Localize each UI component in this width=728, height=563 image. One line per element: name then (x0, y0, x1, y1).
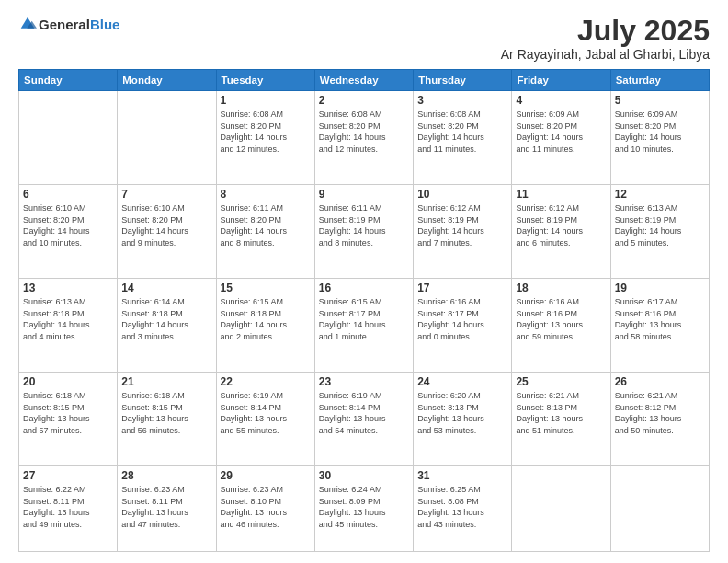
calendar-week-row: 27Sunrise: 6:22 AM Sunset: 8:11 PM Dayli… (19, 466, 710, 552)
day-number: 29 (221, 469, 311, 482)
day-number: 20 (23, 375, 113, 388)
calendar-cell: 19Sunrise: 6:17 AM Sunset: 8:16 PM Dayli… (610, 279, 709, 373)
calendar-cell: 4Sunrise: 6:09 AM Sunset: 8:20 PM Daylig… (512, 91, 610, 185)
day-number: 21 (121, 375, 211, 388)
logo-text: GeneralBlue (39, 17, 119, 32)
calendar-cell: 21Sunrise: 6:18 AM Sunset: 8:15 PM Dayli… (118, 373, 216, 466)
calendar-cell: 3Sunrise: 6:08 AM Sunset: 8:20 PM Daylig… (414, 91, 512, 185)
day-number: 5 (615, 94, 705, 107)
calendar-cell: 15Sunrise: 6:15 AM Sunset: 8:18 PM Dayli… (216, 279, 314, 373)
calendar-cell: 23Sunrise: 6:19 AM Sunset: 8:14 PM Dayli… (314, 373, 413, 466)
day-info: Sunrise: 6:21 AM Sunset: 8:13 PM Dayligh… (516, 390, 606, 436)
day-info: Sunrise: 6:23 AM Sunset: 8:11 PM Dayligh… (121, 484, 211, 530)
day-number: 22 (221, 375, 311, 388)
day-info: Sunrise: 6:16 AM Sunset: 8:16 PM Dayligh… (516, 296, 606, 342)
day-number: 31 (417, 469, 507, 482)
calendar-cell: 14Sunrise: 6:14 AM Sunset: 8:18 PM Dayli… (118, 279, 216, 373)
calendar-cell: 22Sunrise: 6:19 AM Sunset: 8:14 PM Dayli… (216, 373, 314, 466)
calendar-header-row: SundayMondayTuesdayWednesdayThursdayFrid… (19, 70, 710, 91)
logo-icon (18, 15, 37, 33)
day-number: 15 (221, 282, 311, 294)
day-info: Sunrise: 6:19 AM Sunset: 8:14 PM Dayligh… (221, 390, 311, 436)
calendar-cell: 2Sunrise: 6:08 AM Sunset: 8:20 PM Daylig… (314, 91, 413, 185)
calendar-cell: 27Sunrise: 6:22 AM Sunset: 8:11 PM Dayli… (19, 466, 118, 552)
day-number: 9 (319, 188, 409, 201)
calendar-cell: 6Sunrise: 6:10 AM Sunset: 8:20 PM Daylig… (19, 185, 118, 279)
calendar-cell: 5Sunrise: 6:09 AM Sunset: 8:20 PM Daylig… (610, 91, 709, 185)
day-info: Sunrise: 6:23 AM Sunset: 8:10 PM Dayligh… (221, 484, 311, 530)
calendar-week-row: 13Sunrise: 6:13 AM Sunset: 8:18 PM Dayli… (19, 279, 710, 373)
calendar-cell: 30Sunrise: 6:24 AM Sunset: 8:09 PM Dayli… (314, 466, 413, 552)
calendar-cell: 10Sunrise: 6:12 AM Sunset: 8:19 PM Dayli… (414, 185, 512, 279)
day-number: 10 (417, 188, 507, 201)
calendar-cell: 11Sunrise: 6:12 AM Sunset: 8:19 PM Dayli… (512, 185, 610, 279)
calendar-cell: 25Sunrise: 6:21 AM Sunset: 8:13 PM Dayli… (512, 373, 610, 466)
day-info: Sunrise: 6:24 AM Sunset: 8:09 PM Dayligh… (319, 484, 409, 530)
calendar-cell: 20Sunrise: 6:18 AM Sunset: 8:15 PM Dayli… (19, 373, 118, 466)
day-number: 28 (121, 469, 211, 482)
day-of-week-header: Sunday (19, 70, 118, 91)
day-info: Sunrise: 6:20 AM Sunset: 8:13 PM Dayligh… (417, 390, 507, 436)
month-title: July 2025 (501, 15, 710, 47)
day-number: 16 (319, 282, 409, 294)
day-number: 24 (417, 375, 507, 388)
day-info: Sunrise: 6:15 AM Sunset: 8:17 PM Dayligh… (319, 296, 409, 342)
day-number: 13 (23, 282, 113, 294)
day-number: 30 (319, 469, 409, 482)
day-number: 7 (121, 188, 211, 201)
day-of-week-header: Thursday (414, 70, 512, 91)
page: GeneralBlue July 2025 Ar Rayayinah, Jaba… (0, 0, 728, 563)
calendar-cell: 1Sunrise: 6:08 AM Sunset: 8:20 PM Daylig… (216, 91, 314, 185)
day-number: 26 (615, 375, 705, 388)
day-number: 18 (516, 282, 606, 294)
day-info: Sunrise: 6:13 AM Sunset: 8:18 PM Dayligh… (23, 296, 113, 342)
day-info: Sunrise: 6:25 AM Sunset: 8:08 PM Dayligh… (417, 484, 507, 530)
calendar-cell: 17Sunrise: 6:16 AM Sunset: 8:17 PM Dayli… (414, 279, 512, 373)
day-info: Sunrise: 6:14 AM Sunset: 8:18 PM Dayligh… (121, 296, 211, 342)
calendar-cell: 12Sunrise: 6:13 AM Sunset: 8:19 PM Dayli… (610, 185, 709, 279)
day-info: Sunrise: 6:18 AM Sunset: 8:15 PM Dayligh… (23, 390, 113, 436)
day-info: Sunrise: 6:11 AM Sunset: 8:20 PM Dayligh… (221, 202, 311, 248)
day-number: 25 (516, 375, 606, 388)
day-of-week-header: Friday (512, 70, 610, 91)
day-number: 1 (221, 94, 311, 107)
day-info: Sunrise: 6:16 AM Sunset: 8:17 PM Dayligh… (417, 296, 507, 342)
calendar-cell: 7Sunrise: 6:10 AM Sunset: 8:20 PM Daylig… (118, 185, 216, 279)
day-number: 19 (615, 282, 705, 294)
day-info: Sunrise: 6:09 AM Sunset: 8:20 PM Dayligh… (615, 109, 705, 155)
calendar-table: SundayMondayTuesdayWednesdayThursdayFrid… (18, 69, 710, 552)
calendar-cell: 8Sunrise: 6:11 AM Sunset: 8:20 PM Daylig… (216, 185, 314, 279)
day-info: Sunrise: 6:21 AM Sunset: 8:12 PM Dayligh… (615, 390, 705, 436)
day-number: 12 (615, 188, 705, 201)
day-info: Sunrise: 6:10 AM Sunset: 8:20 PM Dayligh… (121, 202, 211, 248)
calendar-cell (512, 466, 610, 552)
day-info: Sunrise: 6:08 AM Sunset: 8:20 PM Dayligh… (417, 109, 507, 155)
day-info: Sunrise: 6:08 AM Sunset: 8:20 PM Dayligh… (221, 109, 311, 155)
day-number: 23 (319, 375, 409, 388)
day-number: 14 (121, 282, 211, 294)
day-number: 2 (319, 94, 409, 107)
day-info: Sunrise: 6:13 AM Sunset: 8:19 PM Dayligh… (615, 202, 705, 248)
calendar-week-row: 20Sunrise: 6:18 AM Sunset: 8:15 PM Dayli… (19, 373, 710, 466)
calendar-week-row: 6Sunrise: 6:10 AM Sunset: 8:20 PM Daylig… (19, 185, 710, 279)
day-of-week-header: Saturday (610, 70, 709, 91)
day-of-week-header: Monday (118, 70, 216, 91)
day-number: 11 (516, 188, 606, 201)
calendar-cell: 18Sunrise: 6:16 AM Sunset: 8:16 PM Dayli… (512, 279, 610, 373)
day-number: 3 (417, 94, 507, 107)
calendar-cell: 29Sunrise: 6:23 AM Sunset: 8:10 PM Dayli… (216, 466, 314, 552)
header: GeneralBlue July 2025 Ar Rayayinah, Jaba… (18, 15, 710, 62)
day-number: 8 (221, 188, 311, 201)
day-of-week-header: Wednesday (314, 70, 413, 91)
calendar-cell: 13Sunrise: 6:13 AM Sunset: 8:18 PM Dayli… (19, 279, 118, 373)
calendar-cell: 31Sunrise: 6:25 AM Sunset: 8:08 PM Dayli… (414, 466, 512, 552)
logo: GeneralBlue (18, 15, 119, 33)
calendar-cell: 28Sunrise: 6:23 AM Sunset: 8:11 PM Dayli… (118, 466, 216, 552)
day-info: Sunrise: 6:18 AM Sunset: 8:15 PM Dayligh… (121, 390, 211, 436)
day-info: Sunrise: 6:22 AM Sunset: 8:11 PM Dayligh… (23, 484, 113, 530)
calendar-cell: 16Sunrise: 6:15 AM Sunset: 8:17 PM Dayli… (314, 279, 413, 373)
day-number: 4 (516, 94, 606, 107)
calendar-cell: 24Sunrise: 6:20 AM Sunset: 8:13 PM Dayli… (414, 373, 512, 466)
day-info: Sunrise: 6:12 AM Sunset: 8:19 PM Dayligh… (417, 202, 507, 248)
calendar-cell (610, 466, 709, 552)
